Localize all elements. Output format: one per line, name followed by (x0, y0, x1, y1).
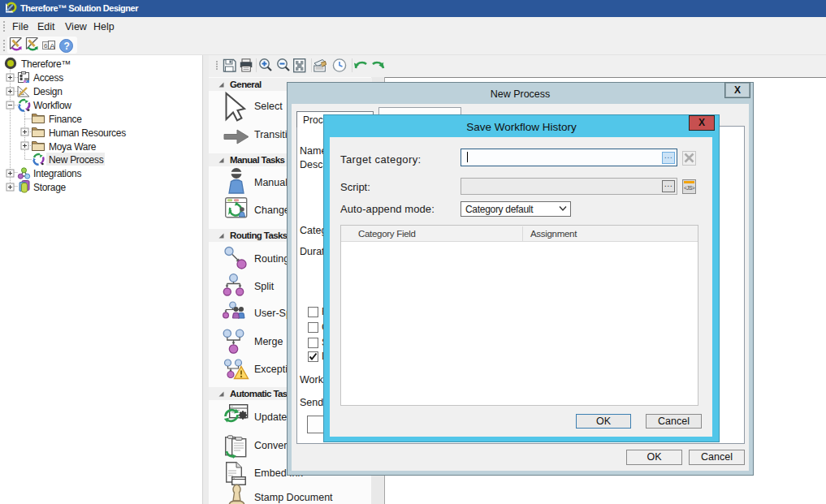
svg-text:Human Resources: Human Resources (49, 127, 126, 139)
svg-text:New Process: New Process (49, 154, 104, 166)
svg-text:Design: Design (33, 86, 63, 97)
svg-text:Moya Ware: Moya Ware (49, 141, 97, 153)
svg-text:A: A (50, 41, 55, 50)
svg-text:Access: Access (33, 72, 63, 84)
svg-text:?: ? (64, 41, 70, 52)
svg-text:Integrations: Integrations (33, 168, 81, 179)
svg-text:Therefore™: Therefore™ (21, 58, 71, 70)
svg-text:Workflow: Workflow (33, 100, 71, 111)
svg-text:Finance: Finance (49, 114, 82, 125)
svg-text:Storage: Storage (33, 182, 67, 193)
svg-text:6: 6 (44, 42, 48, 50)
